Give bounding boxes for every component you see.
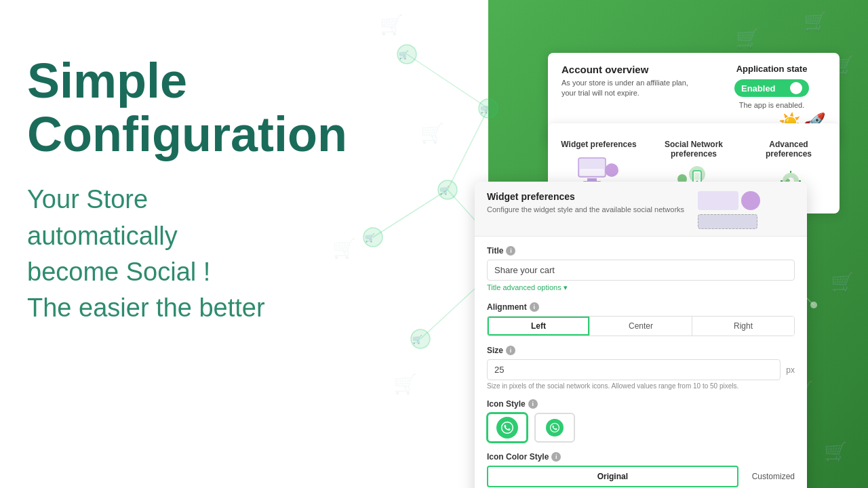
title-field-group: Title i Title advanced options ▾ xyxy=(487,246,795,293)
size-input[interactable] xyxy=(487,359,781,380)
align-right-btn[interactable]: Right xyxy=(692,317,794,336)
cart-deco-12: 🛒 xyxy=(380,14,403,36)
size-field-group: Size i px Size in pixels of the social n… xyxy=(487,346,795,390)
app-state-sub: The app is enabled. xyxy=(717,101,826,109)
panel-header-desc: Configure the widget style and the avail… xyxy=(487,205,684,215)
alignment-field-label: Alignment i xyxy=(487,302,795,312)
size-info-icon: i xyxy=(506,346,515,355)
panel-header-title: Widget preferences xyxy=(487,191,684,202)
align-left-btn[interactable]: Left xyxy=(488,317,590,336)
icon-style-row xyxy=(487,413,795,443)
pref-social-title: Social Network preferences xyxy=(652,140,735,159)
toggle-circle xyxy=(790,82,802,94)
alignment-field-group: Alignment i Left Center Right xyxy=(487,302,795,336)
title-info-icon: i xyxy=(506,246,515,256)
pref-widget-title: Widget preferences xyxy=(557,140,640,149)
title-field-label: Title i xyxy=(487,246,795,256)
cart-deco-2: 🛒 xyxy=(736,27,760,49)
cart-deco-7: 🛒 xyxy=(831,271,854,293)
preview-top xyxy=(698,191,760,210)
title-advanced-link[interactable]: Title advanced options ▾ xyxy=(487,283,568,292)
icon-bubble-2 xyxy=(546,419,564,436)
app-state-label: Application state xyxy=(717,64,826,74)
color-customized-label[interactable]: Customized xyxy=(752,472,795,481)
svg-rect-31 xyxy=(587,178,597,181)
svg-rect-37 xyxy=(694,173,700,180)
app-state-toggle[interactable]: Enabled xyxy=(734,79,809,97)
panel-body: Title i Title advanced options ▾ Alignme… xyxy=(475,237,807,488)
size-row: px xyxy=(487,359,795,380)
panel-header: Widget preferences Configure the widget … xyxy=(475,182,807,237)
preview-rect xyxy=(698,191,738,210)
preview-circle xyxy=(741,191,760,210)
icon-color-info-icon: i xyxy=(551,452,561,462)
svg-rect-34 xyxy=(580,169,604,176)
icon-style-option-2[interactable] xyxy=(534,413,575,443)
svg-point-33 xyxy=(605,163,618,177)
cart-deco-11: 🛒 xyxy=(824,441,848,463)
icon-color-label: Icon Color Style i xyxy=(487,452,795,462)
icon-style-label: Icon Style i xyxy=(487,399,795,409)
size-hint: Size in pixels of the social network ico… xyxy=(487,382,795,390)
icon-color-field-group: Icon Color Style i Original Customized xyxy=(487,452,795,487)
account-overview-desc: As your store is under an affiliate plan… xyxy=(561,78,704,99)
panel-header-left: Widget preferences Configure the widget … xyxy=(487,191,684,215)
preview-widget xyxy=(698,191,760,229)
cart-deco-15: 🛒 xyxy=(393,373,417,395)
left-content: Simple Configuration Your Store automati… xyxy=(27,54,502,326)
toggle-label: Enabled xyxy=(741,83,776,94)
panel-preview xyxy=(698,191,795,229)
color-style-row: Original Customized xyxy=(487,466,795,487)
widget-preferences-panel: Widget preferences Configure the widget … xyxy=(475,182,807,488)
pref-advanced-title: Advanced preferences xyxy=(747,140,830,159)
icon-style-option-1[interactable] xyxy=(487,413,528,443)
icon-bubble-1 xyxy=(496,417,518,439)
size-field-label: Size i xyxy=(487,346,795,355)
account-overview-title: Account overview xyxy=(561,64,704,75)
icon-style-field-group: Icon Style i xyxy=(487,399,795,443)
size-unit: px xyxy=(786,365,795,375)
align-center-btn[interactable]: Center xyxy=(590,317,692,336)
sub-text: Your Store automatically become Social !… xyxy=(27,182,502,326)
alignment-group: Left Center Right xyxy=(487,316,795,336)
cart-deco-1: 🛒 xyxy=(804,10,827,33)
main-title: Simple Configuration xyxy=(27,54,502,161)
preview-bottom xyxy=(698,214,757,229)
color-original-btn[interactable]: Original xyxy=(487,466,738,487)
alignment-info-icon: i xyxy=(530,302,539,312)
account-overview-left: Account overview As your store is under … xyxy=(561,64,704,99)
title-input[interactable] xyxy=(487,260,795,281)
icon-style-info-icon: i xyxy=(528,399,538,409)
